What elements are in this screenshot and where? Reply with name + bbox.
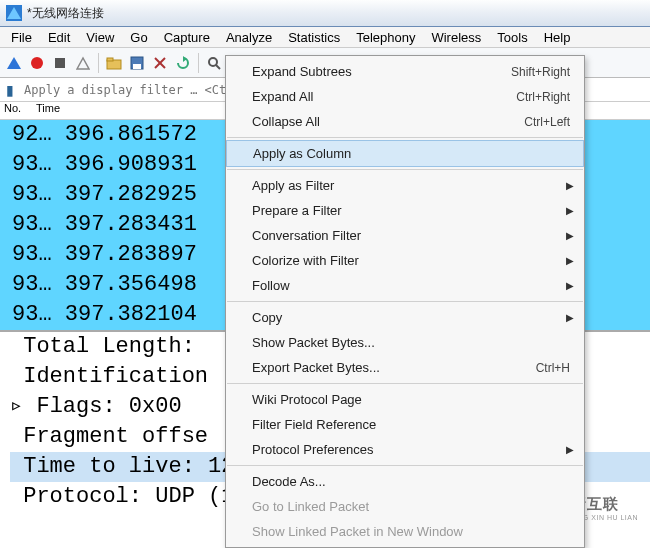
menu-bar[interactable]: File Edit View Go Capture Analyze Statis… [0,27,650,48]
find-icon[interactable] [203,52,225,74]
menu-wireless[interactable]: Wireless [423,30,489,45]
menu-help[interactable]: Help [536,30,579,45]
menu-separator [227,169,583,170]
svg-rect-4 [55,58,65,68]
svg-marker-2 [7,57,21,69]
toolbar-separator [198,53,199,73]
open-file-icon[interactable] [103,52,125,74]
submenu-arrow-icon: ▶ [566,205,574,216]
context-menu-item[interactable]: Expand AllCtrl+Right [226,84,584,109]
menu-separator [227,383,583,384]
menu-separator [227,137,583,138]
submenu-arrow-icon: ▶ [566,312,574,323]
start-capture-icon[interactable] [3,52,25,74]
title-text: *无线网络连接 [27,5,104,22]
bookmark-icon[interactable]: ▮ [0,82,20,98]
context-menu-item[interactable]: Export Packet Bytes...Ctrl+H [226,355,584,380]
context-menu-item[interactable]: Follow▶ [226,273,584,298]
menu-telephony[interactable]: Telephony [348,30,423,45]
svg-marker-5 [77,58,89,69]
app-icon [6,5,22,21]
context-menu-item: Show Linked Packet in New Window [226,519,584,544]
context-menu-item[interactable]: Conversation Filter▶ [226,223,584,248]
svg-rect-9 [133,64,141,69]
context-menu-item[interactable]: Collapse AllCtrl+Left [226,109,584,134]
submenu-arrow-icon: ▶ [566,180,574,191]
menu-separator [227,465,583,466]
context-menu-item[interactable]: Colorize with Filter▶ [226,248,584,273]
menu-go[interactable]: Go [122,30,155,45]
context-menu-item[interactable]: Expand SubtreesShift+Right [226,59,584,84]
context-menu-item[interactable]: Show Packet Bytes... [226,330,584,355]
context-menu-item[interactable]: Protocol Preferences▶ [226,437,584,462]
context-menu-item[interactable]: Apply as Filter▶ [226,173,584,198]
svg-line-14 [216,65,220,69]
context-menu-item[interactable]: Copy▶ [226,305,584,330]
menu-analyze[interactable]: Analyze [218,30,280,45]
title-bar: *无线网络连接 [0,0,650,27]
submenu-arrow-icon: ▶ [566,280,574,291]
svg-point-13 [209,58,217,66]
svg-rect-7 [107,58,113,61]
menu-tools[interactable]: Tools [489,30,535,45]
menu-separator [227,301,583,302]
context-menu-item[interactable]: Apply as Column [226,140,584,167]
submenu-arrow-icon: ▶ [566,444,574,455]
menu-file[interactable]: File [3,30,40,45]
save-icon[interactable] [126,52,148,74]
restart-capture-icon[interactable] [49,52,71,74]
menu-capture[interactable]: Capture [156,30,218,45]
menu-edit[interactable]: Edit [40,30,78,45]
submenu-arrow-icon: ▶ [566,230,574,241]
menu-statistics[interactable]: Statistics [280,30,348,45]
reload-icon[interactable] [172,52,194,74]
menu-view[interactable]: View [78,30,122,45]
column-time[interactable]: Time [30,102,110,119]
toolbar-separator [98,53,99,73]
svg-point-3 [31,57,43,69]
submenu-arrow-icon: ▶ [566,255,574,266]
context-menu-item[interactable]: Prepare a Filter▶ [226,198,584,223]
context-menu-item[interactable]: Wiki Protocol Page [226,387,584,412]
stop-capture-icon[interactable] [26,52,48,74]
capture-options-icon[interactable] [72,52,94,74]
context-menu[interactable]: Expand SubtreesShift+RightExpand AllCtrl… [225,55,585,548]
column-no[interactable]: No. [0,102,30,119]
context-menu-item: Go to Linked Packet [226,494,584,519]
close-file-icon[interactable] [149,52,171,74]
context-menu-item[interactable]: Decode As... [226,469,584,494]
context-menu-item[interactable]: Filter Field Reference [226,412,584,437]
svg-marker-12 [183,56,187,62]
